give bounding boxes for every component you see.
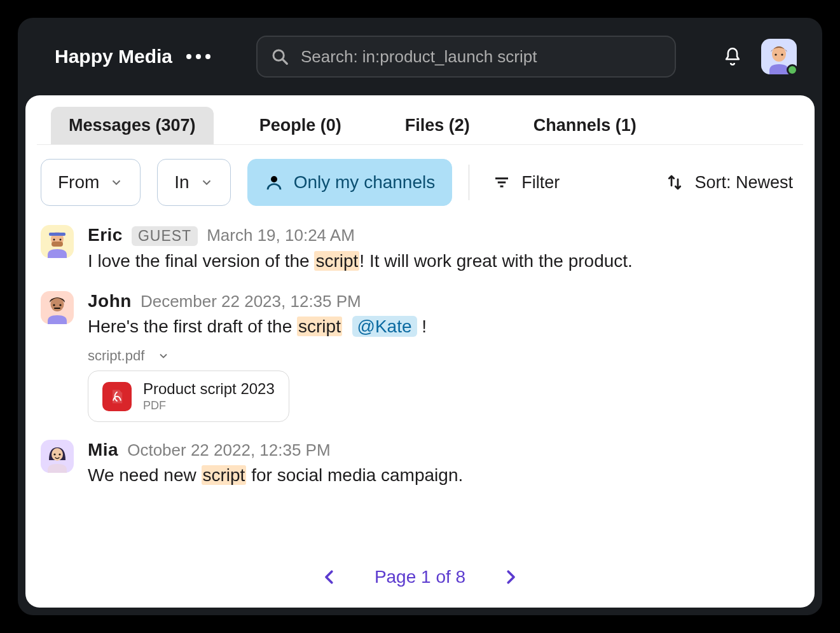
author-name: Eric [88,225,123,245]
current-user-avatar[interactable] [761,39,797,74]
svg-rect-11 [52,242,63,247]
tab-channels[interactable]: Channels (1) [516,107,654,144]
workspace-name-label: Happy Media [55,46,172,67]
sort-label: Sort: Newest [694,173,793,193]
chevron-down-icon [109,175,123,189]
filter-bar: From In Only my channels Filt [25,145,815,220]
filter-label: Only my channels [294,172,436,193]
topbar: Happy Media [18,18,822,95]
message-result[interactable]: Mia October 22 2022, 12:35 PM We need ne… [41,440,799,487]
topbar-right [722,39,797,74]
sort-button[interactable]: Sort: Newest [659,173,799,193]
avatar-face-icon [41,440,74,473]
avatar-face-icon [41,225,74,258]
search-field[interactable] [256,36,676,78]
filter-label: In [174,172,189,193]
search-input[interactable] [301,47,662,67]
in-filter[interactable]: In [157,159,230,206]
person-icon [265,173,284,192]
svg-point-20 [59,454,60,456]
search-highlight: script [202,465,247,485]
user-mention[interactable]: @Kate [352,316,417,337]
chevron-down-icon [200,175,214,189]
svg-point-3 [775,53,776,55]
filter-button[interactable]: Filter [486,173,566,193]
search-wrap [223,36,709,78]
author-avatar [41,225,74,258]
tab-label: Channels (1) [534,116,637,135]
attachment-header[interactable]: script.pdf [88,348,799,364]
svg-point-12 [53,239,55,241]
tab-label: People (0) [259,116,341,135]
message-result[interactable]: Eric GUEST March 19, 10:24 AM I love the… [41,225,799,273]
avatar-face-icon [41,291,74,324]
workspace-switcher[interactable]: Happy Media [55,46,210,67]
svg-line-1 [282,59,287,64]
presence-indicator-icon [787,64,798,76]
svg-point-4 [781,53,783,55]
search-icon [270,47,289,66]
message-timestamp: December 22 2023, 12:35 PM [141,292,361,311]
svg-rect-10 [49,233,65,236]
attachment-title: Product script 2023 [143,380,275,398]
author-name: John [88,291,132,311]
tab-label: Files (2) [405,116,470,135]
page-label: Page 1 of 8 [375,567,465,587]
author-avatar [41,291,74,324]
only-my-channels-toggle[interactable]: Only my channels [247,159,453,206]
message-text: We need new script for social media camp… [88,463,799,487]
attachment-kind: PDF [143,399,275,412]
pdf-icon [102,382,132,411]
from-filter[interactable]: From [41,159,141,206]
result-tabs: Messages (307) People (0) Files (2) Chan… [37,107,803,145]
svg-point-13 [60,239,62,241]
tab-people[interactable]: People (0) [242,107,359,144]
svg-rect-17 [54,308,60,309]
attachment-card[interactable]: Product script 2023 PDF [88,371,289,422]
filter-label: From [58,172,99,193]
search-highlight: script [314,251,359,271]
filter-icon [492,173,511,192]
message-timestamp: October 22 2022, 12:35 PM [127,440,330,460]
tab-label: Messages (307) [69,116,196,135]
search-highlight: script [297,316,342,336]
tab-files[interactable]: Files (2) [387,107,488,144]
message-timestamp: March 19, 10:24 AM [207,226,355,245]
app-window: Happy Media [18,18,822,615]
author-avatar [41,440,74,473]
svg-point-19 [53,454,55,456]
bell-icon[interactable] [722,46,743,67]
pagination: Page 1 of 8 [25,549,815,592]
message-result[interactable]: John December 22 2023, 12:35 PM Here's t… [41,291,799,422]
message-text: Here's the first draft of the script @Ka… [88,314,799,339]
filter-label: Filter [521,173,560,193]
search-results-panel: Messages (307) People (0) Files (2) Chan… [25,95,815,608]
ellipsis-icon [186,54,210,59]
sort-icon [665,173,684,192]
svg-point-5 [271,176,277,182]
message-text: I love the final version of the script! … [88,248,799,273]
svg-point-16 [59,304,61,306]
svg-point-15 [53,304,55,306]
prev-page-button[interactable] [320,568,339,587]
attachment-filename: script.pdf [88,348,144,364]
next-page-button[interactable] [501,568,520,587]
divider [469,165,469,200]
chevron-down-icon [157,350,170,362]
results-list: Eric GUEST March 19, 10:24 AM I love the… [25,220,815,493]
author-name: Mia [88,440,118,460]
tab-messages[interactable]: Messages (307) [51,107,214,144]
guest-badge: GUEST [132,226,198,246]
